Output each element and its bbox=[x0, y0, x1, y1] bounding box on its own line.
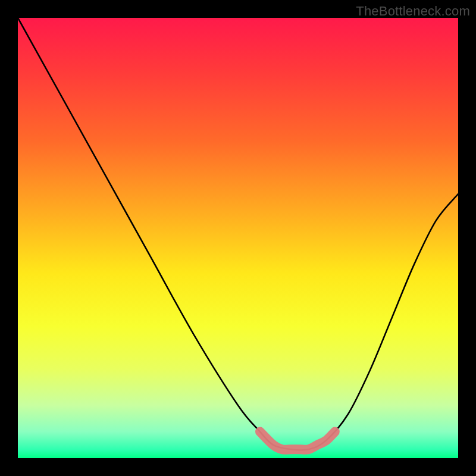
curve-layer bbox=[18, 18, 458, 458]
optimal-band bbox=[260, 432, 335, 450]
bottleneck-curve bbox=[18, 18, 458, 450]
plot-area bbox=[18, 18, 458, 458]
watermark-text: TheBottleneck.com bbox=[356, 4, 470, 19]
chart-stage: TheBottleneck.com bbox=[0, 0, 476, 476]
